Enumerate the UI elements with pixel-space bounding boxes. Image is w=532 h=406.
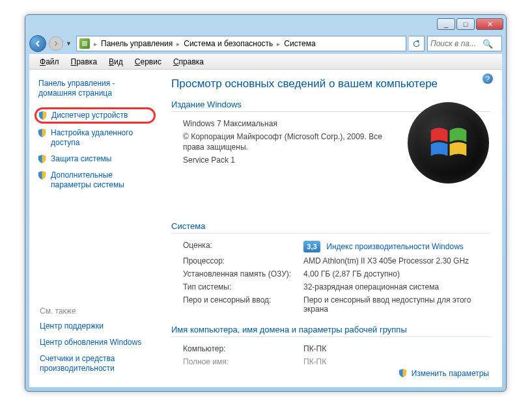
nav-back-button[interactable] [29,35,46,52]
refresh-icon [412,40,421,48]
system-heading: Система [171,221,490,234]
sidebar-perf-tools[interactable]: Счетчики и средства производительности [35,351,160,377]
chevron-right-icon: ▸ [175,40,181,47]
rating-badge: 3,3 [303,241,320,252]
copyright-text: © Корпорация Майкрософт (Microsoft Corp.… [171,130,399,154]
refresh-button[interactable] [409,36,425,51]
menu-bar: Файл Правка Вид Сервис Справка [29,54,502,70]
page-title: Просмотр основных сведений о вашем компь… [171,77,490,90]
breadcrumb-item-security[interactable]: Система и безопасность [181,39,275,48]
windows-logo [408,102,489,183]
minimize-button[interactable]: _ [437,18,455,30]
pen-touch-value: Перо и сенсорный ввод недоступны для это… [303,295,490,314]
system-window: _ □ ✕ ▼ ▸ Панель управления ▸ Система и … [25,14,507,392]
shield-icon [37,128,47,138]
menu-view[interactable]: Вид [104,56,128,68]
sidebar-item-label: Диспетчер устройств [51,111,128,120]
sidebar-remote-settings[interactable]: Настройка удаленного доступа [35,125,160,151]
cpu-label: Процессор: [183,256,303,265]
nav-forward-button [49,36,63,51]
see-also-heading: См. также [35,304,160,318]
search-icon: 🔍 [483,39,493,49]
minimize-icon: _ [444,20,448,28]
service-pack: Service Pack 1 [171,154,399,167]
system-type-value: 32-разрядная операционная система [303,282,490,291]
arrow-right-icon [53,40,59,47]
menu-tools[interactable]: Сервис [130,56,167,68]
edition-name: Windows 7 Максимальная [171,117,399,130]
main-panel: ? Просмотр основных сведений о вашем ком… [160,70,502,387]
menu-edit[interactable]: Правка [66,56,103,68]
chevron-right-icon: ▸ [92,40,98,47]
pen-touch-label: Перо и сенсорный ввод: [183,295,303,314]
content-area: Панель управления - домашняя страница Ди… [29,70,502,387]
windows-flag-icon [423,118,474,169]
ram-value: 4,00 ГБ (2,87 ГБ доступно) [303,269,490,278]
shield-icon [38,111,48,120]
sidebar-item-label: Настройка удаленного доступа [51,128,154,148]
sidebar-system-protection[interactable]: Защита системы [35,151,160,167]
control-panel-icon [79,38,90,49]
ram-label: Установленная память (ОЗУ): [183,269,303,278]
sidebar-action-center[interactable]: Центр поддержки [35,318,160,334]
computer-name-label: Компьютер: [183,344,303,353]
window-controls: _ □ ✕ [437,18,503,30]
sidebar-item-label: Защита системы [51,154,111,164]
search-input[interactable] [430,39,483,48]
menu-file[interactable]: Файл [35,56,64,68]
sidebar-item-label: Дополнительные параметры системы [51,170,154,190]
sidebar-advanced-settings[interactable]: Дополнительные параметры системы [35,167,160,193]
help-button[interactable]: ? [483,74,493,84]
system-type-label: Тип системы: [183,282,303,291]
change-settings-link[interactable]: Изменить параметры [398,368,489,378]
full-name-label: Полное имя: [183,357,303,366]
shield-icon [37,170,47,180]
breadcrumb-bar[interactable]: ▸ Панель управления ▸ Система и безопасн… [76,36,406,51]
maximize-icon: □ [464,20,468,28]
titlebar: _ □ ✕ [25,15,506,33]
performance-index-link[interactable]: Индекс производительности Windows [326,242,463,251]
maximize-button[interactable]: □ [456,18,475,30]
shield-icon [37,154,47,164]
svg-rect-0 [82,41,87,46]
sidebar-device-manager[interactable]: Диспетчер устройств [35,107,156,124]
menu-help[interactable]: Справка [168,56,209,68]
arrow-left-icon [34,40,42,47]
nav-history-dropdown[interactable]: ▼ [66,40,74,47]
breadcrumb-item-control-panel[interactable]: Панель управления [98,39,175,48]
shield-icon [398,368,408,378]
address-bar-row: ▼ ▸ Панель управления ▸ Система и безопа… [25,33,506,54]
computer-name-value: ПК-ПК [303,344,490,353]
sidebar-windows-update[interactable]: Центр обновления Windows [35,334,160,351]
chevron-right-icon: ▸ [275,40,281,47]
sidebar-home-link[interactable]: Панель управления - домашняя страница [35,76,160,106]
close-icon: ✕ [487,20,493,29]
workgroup-heading: Имя компьютера, имя домена и параметры р… [171,325,490,337]
close-button[interactable]: ✕ [476,18,503,30]
change-settings-label: Изменить параметры [412,369,489,378]
sidebar: Панель управления - домашняя страница Ди… [29,70,160,387]
full-name-value: ПК-ПК [303,357,490,366]
rating-label: Оценка: [183,241,303,252]
breadcrumb-item-system[interactable]: Система [281,39,318,48]
search-box[interactable]: 🔍 [427,36,502,51]
cpu-value: AMD Athlon(tm) II X3 405e Processor 2.30… [303,256,490,265]
